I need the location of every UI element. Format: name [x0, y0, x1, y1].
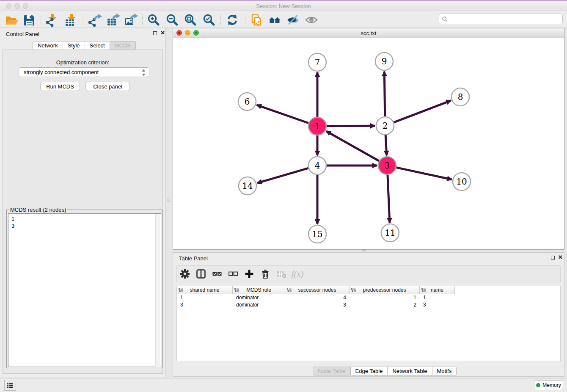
duplicate-network-icon [250, 14, 264, 27]
table-float-icon[interactable] [551, 256, 555, 259]
column-header-shared-name[interactable]: shared name [177, 286, 233, 294]
open-session-button[interactable] [4, 13, 19, 27]
graph-node-15[interactable]: 15 [308, 225, 326, 243]
table-cell[interactable]: 1 [177, 294, 233, 301]
delete-table-button[interactable] [273, 269, 289, 279]
network-graph-canvas[interactable]: 7968124314101511 [173, 38, 564, 249]
first-neighbors-button[interactable] [268, 13, 282, 27]
refresh-network-button[interactable] [225, 13, 239, 27]
zoom-in-icon [147, 14, 160, 27]
table-tab-motifs[interactable]: Motifs [432, 367, 457, 375]
network-window-titlebar[interactable]: ✕ − + scc.txt [173, 28, 564, 38]
select-all-checks-button[interactable] [209, 269, 225, 279]
table-tab-edge-table[interactable]: Edge Table [351, 367, 388, 375]
table-cell[interactable]: 1 [420, 294, 455, 301]
table-tab-network-table[interactable]: Network Table [388, 367, 432, 375]
edge-2-8[interactable] [394, 101, 451, 123]
mcds-result-text[interactable]: 13 [8, 213, 161, 367]
close-panel-button[interactable]: Close panel [85, 82, 130, 91]
edge-3-10[interactable] [396, 168, 452, 179]
mcds-result-line: 3 [11, 222, 161, 229]
result-scrollbar[interactable] [155, 214, 160, 367]
table-cell[interactable]: 2 [350, 301, 420, 309]
function-builder-button[interactable]: f(x) [289, 269, 306, 279]
tab-style[interactable]: Style [63, 41, 85, 50]
tab-mcds[interactable]: MCDS [110, 41, 136, 50]
show-columns-button[interactable] [193, 269, 209, 279]
delete-row-button[interactable] [257, 269, 273, 279]
settings-gear-icon [180, 269, 190, 279]
edge-2-3[interactable] [385, 135, 387, 155]
edge-2-9[interactable] [384, 72, 385, 116]
graph-node-3[interactable]: 3 [378, 157, 396, 174]
table-cell[interactable]: 3 [177, 301, 233, 309]
memory-button[interactable]: Memory [534, 380, 563, 390]
table-cell[interactable]: 1 [350, 294, 420, 301]
horizontal-splitter-grip[interactable] [362, 250, 366, 252]
edge-1-2[interactable] [327, 126, 375, 126]
table-close-icon[interactable]: ✕ [558, 254, 563, 260]
task-history-button[interactable] [4, 380, 16, 391]
float-panel-icon[interactable] [153, 31, 157, 35]
edge-1-6[interactable] [257, 105, 309, 123]
deselect-all-checks-button[interactable] [225, 269, 241, 279]
table-tab-node-table[interactable]: Node Table [313, 367, 351, 375]
column-header-predecessor-nodes[interactable]: predecessor nodes [350, 286, 420, 294]
close-panel-icon[interactable]: ✕ [160, 30, 165, 36]
table-row[interactable]: 1dominator411 [177, 294, 560, 301]
export-image-button[interactable] [124, 13, 138, 27]
import-table-button[interactable] [64, 13, 78, 27]
graph-node-9[interactable]: 9 [375, 52, 393, 70]
graph-node-11[interactable]: 11 [381, 224, 399, 242]
search-input[interactable] [439, 14, 563, 24]
svg-text:9: 9 [382, 56, 387, 66]
list-icon [7, 382, 14, 388]
add-row-button[interactable] [241, 269, 257, 279]
column-header-MCDS-role[interactable]: MCDS role [233, 286, 285, 294]
export-table-button[interactable] [106, 13, 121, 27]
zoom-fit-button[interactable] [183, 13, 198, 27]
edge-3-1[interactable] [326, 131, 379, 161]
save-session-button[interactable] [22, 13, 36, 27]
svg-text:8: 8 [458, 92, 463, 102]
export-network-button[interactable] [88, 13, 102, 27]
edge-3-11[interactable] [388, 175, 390, 223]
vertical-splitter-grip[interactable] [168, 198, 170, 202]
run-mcds-button[interactable]: Run MCDS [40, 82, 80, 91]
table-cell[interactable]: dominator [233, 301, 285, 309]
toolbar-separator [220, 14, 221, 25]
import-network-button[interactable] [45, 13, 59, 27]
optimization-label: Optimization criterion: [3, 59, 162, 66]
graph-node-4[interactable]: 4 [308, 157, 326, 174]
hide-selected-button[interactable] [286, 13, 300, 27]
optimization-dropdown[interactable]: strongly connected component [19, 67, 149, 77]
graph-node-14[interactable]: 14 [239, 177, 256, 195]
zoom-out-button[interactable] [165, 13, 179, 27]
table-row[interactable]: 3dominator323 [177, 301, 560, 309]
graph-node-1[interactable]: 1 [308, 117, 326, 135]
table-cell[interactable]: 3 [420, 301, 455, 309]
tab-network[interactable]: Network [33, 41, 63, 50]
edge-4-14[interactable] [257, 168, 308, 183]
graph-node-10[interactable]: 10 [453, 173, 471, 190]
settings-gear-button[interactable] [177, 269, 193, 279]
graph-node-2[interactable]: 2 [376, 117, 394, 135]
table-cell[interactable]: dominator [233, 294, 285, 301]
table-cell[interactable]: 3 [285, 301, 350, 309]
memory-label: Memory [542, 382, 561, 388]
graph-node-8[interactable]: 8 [451, 88, 469, 106]
column-header-name[interactable]: name [420, 286, 455, 294]
tab-select[interactable]: Select [85, 41, 110, 50]
graph-node-7[interactable]: 7 [308, 53, 326, 71]
zoom-in-button[interactable] [146, 13, 161, 27]
svg-text:7: 7 [315, 57, 320, 67]
graph-node-6[interactable]: 6 [238, 93, 256, 110]
duplicate-network-button[interactable] [250, 13, 264, 27]
control-panel-title: Control Panel [6, 31, 39, 37]
table-cell[interactable]: 4 [285, 294, 350, 301]
column-header-successor-nodes[interactable]: successor nodes [285, 286, 350, 294]
zoom-selected-button[interactable] [202, 13, 216, 27]
show-all-button[interactable] [305, 13, 319, 27]
open-session-icon [5, 14, 18, 27]
column-sort-icon [287, 288, 292, 293]
